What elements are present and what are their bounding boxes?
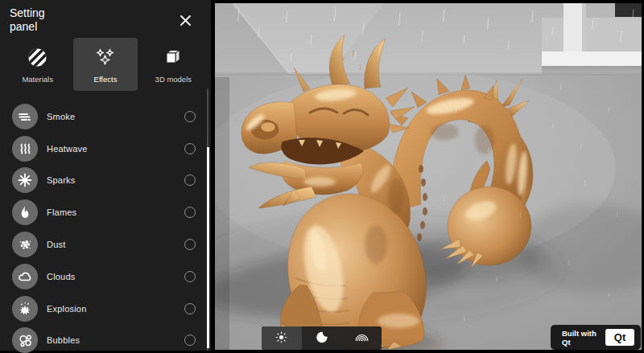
- dust-icon: [12, 232, 38, 257]
- list-item-explosion[interactable]: Explosion: [0, 293, 211, 325]
- app-window: Setting panel Materials: [0, 0, 644, 353]
- tab-3d-models-label: 3D models: [155, 75, 192, 84]
- list-item-bubbles[interactable]: Bubbles: [0, 325, 211, 353]
- built-with-qt-label: Built with Qt: [562, 329, 605, 347]
- close-icon: [180, 17, 192, 29]
- bubbles-icon: [12, 327, 38, 353]
- explosion-icon: [12, 296, 38, 322]
- dragon-scene: [215, 3, 642, 350]
- list-item-label: Clouds: [47, 272, 184, 281]
- list-item-smoke[interactable]: Smoke: [0, 101, 211, 133]
- list-item-clouds[interactable]: Clouds: [0, 261, 211, 293]
- rainbow-light-button[interactable]: [341, 326, 382, 350]
- list-item-heatwave[interactable]: Heatwave: [0, 133, 211, 165]
- panel-scrollbar[interactable]: [207, 88, 209, 351]
- list-item-sparks[interactable]: Sparks: [0, 165, 211, 197]
- tab-3d-models[interactable]: 3D models: [142, 38, 205, 91]
- bubbles-radio[interactable]: [184, 335, 196, 346]
- list-item-dust[interactable]: Dust: [0, 228, 211, 261]
- flames-radio[interactable]: [184, 207, 196, 218]
- page-title: Setting panel: [10, 6, 66, 34]
- viewport-3d[interactable]: Built with Qt Qt: [215, 3, 642, 350]
- list-item-label: Smoke: [47, 112, 184, 121]
- clouds-icon: [12, 264, 38, 289]
- panel-header: Setting panel: [0, 0, 211, 34]
- tab-bar: Materials Effects: [0, 34, 211, 91]
- sun-icon: [274, 330, 289, 347]
- clouds-radio[interactable]: [184, 271, 196, 282]
- list-item-label: Dust: [47, 240, 184, 249]
- close-button[interactable]: [176, 11, 195, 30]
- heatwave-icon: [12, 136, 38, 162]
- list-item-label: Flames: [47, 207, 184, 217]
- list-item-flames[interactable]: Flames: [0, 196, 211, 228]
- tab-materials-label: Materials: [22, 75, 53, 84]
- flames-icon: [12, 199, 38, 225]
- smoke-radio[interactable]: [184, 111, 196, 122]
- qt-logo: Qt: [605, 329, 634, 346]
- lighting-toolbar: [262, 326, 382, 350]
- built-with-qt-badge: Built with Qt Qt: [551, 325, 641, 350]
- scrollbar-thumb[interactable]: [207, 147, 209, 348]
- heatwave-radio[interactable]: [184, 143, 196, 154]
- tab-materials[interactable]: Materials: [6, 38, 69, 91]
- tab-effects[interactable]: Effects: [73, 38, 137, 91]
- daylight-button[interactable]: [262, 326, 302, 350]
- dust-radio[interactable]: [184, 239, 196, 250]
- smoke-icon: [12, 104, 38, 129]
- sparks-radio[interactable]: [184, 174, 196, 186]
- cube-icon: [163, 47, 184, 68]
- sparks-icon: [12, 167, 38, 193]
- moon-icon: [314, 330, 329, 347]
- list-item-label: Explosion: [47, 304, 184, 314]
- list-item-label: Heatwave: [47, 144, 184, 154]
- setting-panel: Setting panel Materials: [0, 0, 211, 351]
- materials-sphere-icon: [27, 47, 47, 68]
- night-button[interactable]: [302, 326, 342, 350]
- rainbow-icon: [353, 329, 370, 348]
- list-item-label: Bubbles: [47, 335, 184, 345]
- explosion-radio[interactable]: [184, 303, 196, 314]
- tab-effects-label: Effects: [94, 75, 118, 84]
- list-item-label: Sparks: [47, 175, 184, 185]
- effects-list: Smoke Heatwave: [0, 101, 211, 353]
- sparkles-icon: [94, 47, 116, 68]
